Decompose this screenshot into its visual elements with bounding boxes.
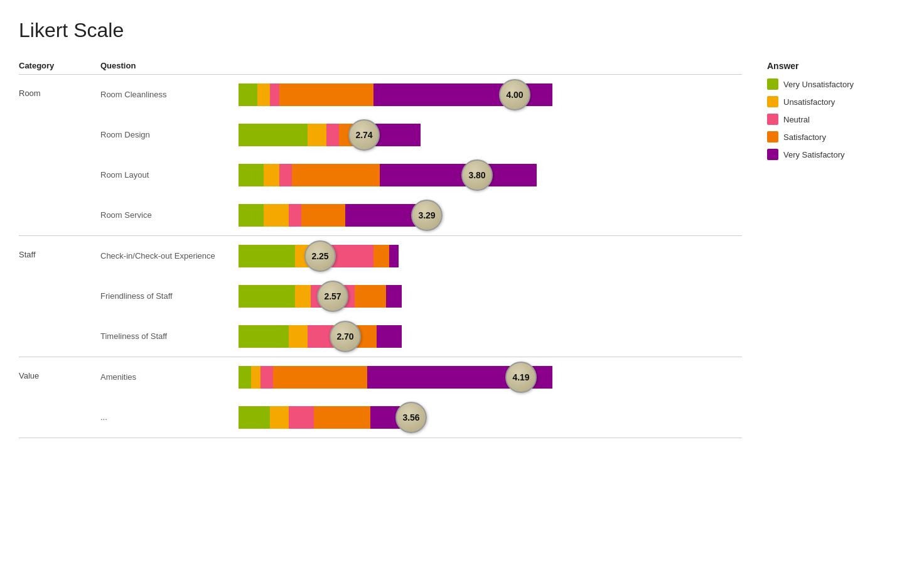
chart-section: Category Question RoomRoom Cleanliness4.… — [19, 61, 742, 438]
bar-stack: 2.74 — [239, 124, 421, 146]
bar-container: 2.25 — [239, 242, 742, 270]
table-header: Category Question — [19, 61, 742, 75]
table-row: ...3.56 — [19, 397, 742, 438]
legend-label: Very Unsatisfactory — [783, 80, 854, 89]
bar-segment — [239, 204, 264, 227]
legend-label: Very Satisfactory — [783, 150, 845, 159]
score-badge: 2.57 — [317, 281, 348, 312]
legend-item: Neutral — [767, 114, 905, 125]
bar-stack: 4.00 — [239, 83, 552, 106]
bar-segment — [270, 406, 289, 429]
question-label: Friendliness of Staff — [100, 291, 239, 302]
bar-segment — [292, 164, 380, 186]
bar-container: 4.00 — [239, 81, 742, 109]
table-row: Room Service3.29 — [19, 195, 742, 235]
legend-swatch — [767, 149, 778, 160]
page-title: Likert Scale — [19, 19, 905, 42]
question-label: Room Cleanliness — [100, 89, 239, 100]
bar-segment — [239, 164, 264, 186]
bar-segment — [239, 406, 270, 429]
bar-segment — [264, 204, 289, 227]
bar-stack: 4.19 — [239, 366, 552, 389]
score-badge: 2.74 — [348, 119, 380, 151]
table-row: Room Design2.74 — [19, 115, 742, 155]
bar-stack: 3.29 — [239, 204, 427, 227]
bar-stack: 2.57 — [239, 285, 402, 308]
legend-items: Very UnsatisfactoryUnsatisfactoryNeutral… — [767, 78, 905, 160]
legend-item: Very Unsatisfactory — [767, 78, 905, 90]
bar-segment — [295, 285, 311, 308]
bar-container: 4.19 — [239, 363, 742, 391]
bar-segment — [289, 406, 314, 429]
score-badge: 3.80 — [461, 159, 493, 191]
bar-segment — [239, 325, 289, 348]
bar-segment — [377, 325, 402, 348]
bar-segment — [289, 204, 301, 227]
bar-segment — [308, 124, 326, 146]
question-label: Amenities — [100, 372, 239, 383]
score-badge: 4.19 — [505, 362, 537, 393]
legend-swatch — [767, 78, 778, 90]
bar-segment — [239, 83, 257, 106]
category-label: Room — [19, 81, 100, 98]
bar-container: 2.57 — [239, 282, 742, 310]
category-label — [19, 161, 100, 169]
col-category: Category — [19, 61, 100, 70]
score-badge: 2.70 — [330, 321, 361, 352]
bar-segment — [273, 366, 367, 389]
bar-segment — [261, 366, 273, 389]
bar-segment — [301, 204, 345, 227]
score-badge: 4.00 — [499, 79, 530, 110]
legend-swatch — [767, 96, 778, 107]
legend-item: Very Satisfactory — [767, 149, 905, 160]
bar-segment — [239, 285, 295, 308]
question-label: Check-in/Check-out Experience — [100, 250, 239, 262]
bar-segment — [314, 406, 370, 429]
category-label — [19, 323, 100, 330]
table-row: RoomRoom Cleanliness4.00 — [19, 75, 742, 115]
legend-swatch — [767, 131, 778, 142]
col-question: Question — [100, 61, 239, 70]
bar-segment — [380, 164, 537, 186]
question-label: Room Layout — [100, 169, 239, 181]
score-badge: 3.29 — [411, 200, 443, 231]
legend-item: Satisfactory — [767, 131, 905, 142]
bar-stack: 3.80 — [239, 164, 537, 186]
bar-segment — [308, 325, 333, 348]
question-label: Room Service — [100, 210, 239, 221]
table-row: ValueAmenities4.19 — [19, 357, 742, 397]
bar-container: 2.74 — [239, 121, 742, 149]
bar-segment — [239, 366, 251, 389]
bar-segment — [264, 164, 279, 186]
bar-container: 3.80 — [239, 161, 742, 189]
bar-segment — [373, 245, 389, 267]
question-label: Timeliness of Staff — [100, 331, 239, 342]
bar-container: 3.29 — [239, 202, 742, 229]
bar-segment — [270, 83, 279, 106]
bar-segment — [355, 285, 386, 308]
col-chart — [239, 61, 742, 70]
bar-segment — [279, 164, 292, 186]
bar-segment — [279, 83, 373, 106]
bar-container: 2.70 — [239, 323, 742, 350]
bar-stack: 2.25 — [239, 245, 399, 267]
legend-label: Satisfactory — [783, 132, 826, 142]
bar-segment — [386, 285, 402, 308]
bar-container: 3.56 — [239, 404, 742, 431]
category-label: Staff — [19, 242, 100, 259]
score-badge: 3.56 — [395, 402, 427, 433]
category-label: Value — [19, 363, 100, 380]
category-group: StaffCheck-in/Check-out Experience2.25Fr… — [19, 236, 742, 357]
bar-stack: 2.70 — [239, 325, 402, 348]
question-label: Room Design — [100, 129, 239, 141]
legend-label: Neutral — [783, 115, 810, 124]
legend-title: Answer — [767, 61, 905, 71]
bar-segment — [239, 124, 308, 146]
bar-segment — [389, 245, 399, 267]
groups-container: RoomRoom Cleanliness4.00Room Design2.74R… — [19, 75, 742, 438]
bar-stack: 3.56 — [239, 406, 414, 429]
category-label — [19, 202, 100, 209]
bar-segment — [326, 124, 339, 146]
legend-item: Unsatisfactory — [767, 96, 905, 107]
bar-segment — [257, 83, 270, 106]
